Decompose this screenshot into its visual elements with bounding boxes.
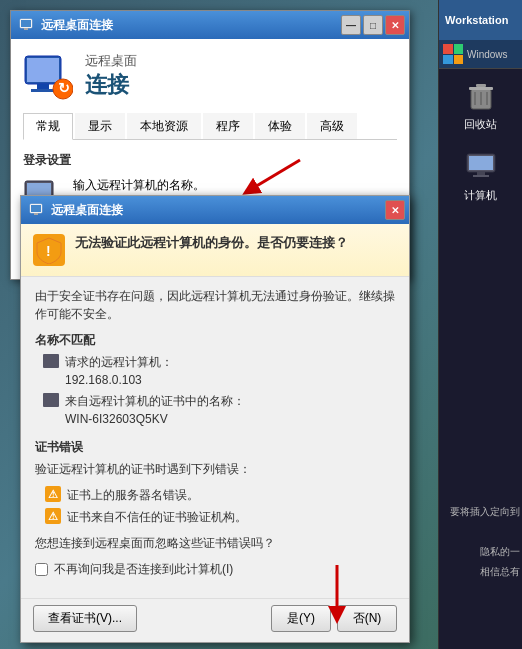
- tab-general[interactable]: 常规: [23, 113, 73, 140]
- security-header-text: 无法验证此远程计算机的身份。是否仍要连接？: [75, 234, 348, 252]
- taskbar-title: Workstation: [445, 14, 508, 26]
- tab-display[interactable]: 显示: [75, 113, 125, 139]
- computer-label: 计算机: [464, 188, 497, 203]
- sidebar-text-2: 隐私的一: [440, 545, 520, 559]
- svg-rect-2: [476, 84, 486, 87]
- svg-rect-8: [477, 172, 485, 175]
- window-controls: — □ ✕: [341, 15, 405, 35]
- security-body: 由于安全证书存在问题，因此远程计算机无法通过身份验证。继续操作可能不安全。 名称…: [21, 277, 409, 598]
- question-text: 您想连接到远程桌面而忽略这些证书错误吗？: [35, 534, 395, 552]
- taskbar-right: Workstation Windows 回收站: [438, 0, 522, 649]
- svg-rect-9: [473, 175, 489, 177]
- rdp-title-icon: [19, 17, 35, 33]
- svg-rect-7: [469, 156, 493, 170]
- rdp-header: ↻ 远程桌面 连接: [23, 51, 397, 101]
- cert-error-text-2: 证书来自不信任的证书验证机构。: [67, 508, 247, 526]
- sidebar-text-3: 相信总有: [440, 565, 520, 579]
- monitor-icon-small-2: [43, 393, 59, 407]
- windows-logo: [443, 44, 463, 64]
- cert-error-item-1: ⚠ 证书上的服务器名错误。: [45, 486, 395, 504]
- maximize-button[interactable]: □: [363, 15, 383, 35]
- security-body-text: 由于安全证书存在问题，因此远程计算机无法通过身份验证。继续操作可能不安全。: [35, 287, 395, 323]
- view-cert-button[interactable]: 查看证书(V)...: [33, 605, 137, 632]
- name-mismatch-section: 名称不匹配 请求的远程计算机： 192.168.0.103 来自远程计算机的证书…: [35, 331, 395, 428]
- footer-right: 是(Y) 否(N): [271, 605, 397, 632]
- cert-error-section: 证书错误 验证远程计算机的证书时遇到下列错误： ⚠ 证书上的服务器名错误。 ⚠ …: [35, 438, 395, 526]
- svg-rect-25: [31, 205, 41, 212]
- monitor-icon-small: [43, 354, 59, 368]
- security-dialog: 远程桌面连接 ✕ ! 无法验证此远程计算机的身份。是否仍要连接？ 由于安全证书存…: [20, 195, 410, 643]
- svg-rect-26: [34, 213, 38, 215]
- cert-error-desc: 验证远程计算机的证书时遇到下列错误：: [35, 460, 395, 478]
- security-header: ! 无法验证此远程计算机的身份。是否仍要连接？: [21, 224, 409, 277]
- security-dialog-title: 远程桌面连接: [51, 202, 123, 219]
- taskbar-header: Workstation: [439, 0, 522, 40]
- svg-text:↻: ↻: [58, 80, 70, 96]
- windows-button[interactable]: Windows: [439, 40, 522, 69]
- rdp-tabs: 常规 显示 本地资源 程序 体验 高级: [23, 113, 397, 140]
- svg-text:!: !: [46, 243, 51, 259]
- svg-rect-12: [24, 28, 28, 30]
- svg-rect-15: [37, 84, 49, 89]
- dont-ask-checkbox[interactable]: [35, 563, 48, 576]
- rdp-header-text: 远程桌面 连接: [85, 52, 137, 100]
- warning-small-icon-2: ⚠: [45, 508, 61, 524]
- requested-computer-item: 请求的远程计算机： 192.168.0.103: [43, 353, 395, 389]
- no-button[interactable]: 否(N): [337, 605, 397, 632]
- svg-rect-11: [21, 20, 31, 27]
- svg-rect-14: [27, 58, 59, 82]
- svg-rect-16: [31, 89, 55, 92]
- windows-label: Windows: [467, 49, 508, 60]
- recycle-bin-label: 回收站: [464, 117, 497, 132]
- name-mismatch-title: 名称不匹配: [35, 331, 395, 349]
- sidebar-text-1: 要将插入定向到: [440, 505, 520, 519]
- rdp-logo: ↻: [23, 51, 73, 101]
- rdp-subtitle: 远程桌面: [85, 52, 137, 70]
- yes-button[interactable]: 是(Y): [271, 605, 331, 632]
- warning-small-icon-1: ⚠: [45, 486, 61, 502]
- cert-error-text-1: 证书上的服务器名错误。: [67, 486, 199, 504]
- recycle-bin-icon[interactable]: 回收站: [439, 69, 522, 140]
- warning-shield-icon: !: [33, 234, 65, 266]
- dont-ask-label: 不再询问我是否连接到此计算机(I): [54, 560, 233, 578]
- login-section-label: 登录设置: [23, 152, 397, 169]
- cert-error-item-2: ⚠ 证书来自不信任的证书验证机构。: [45, 508, 395, 526]
- security-title-icon: [29, 202, 45, 218]
- requested-label: 请求的远程计算机： 192.168.0.103: [65, 353, 173, 389]
- tab-local-resources[interactable]: 本地资源: [127, 113, 201, 139]
- minimize-button[interactable]: —: [341, 15, 361, 35]
- dont-ask-checkbox-row: 不再询问我是否连接到此计算机(I): [35, 560, 395, 578]
- rdp-titlebar: 远程桌面连接 — □ ✕: [11, 11, 409, 39]
- tab-programs[interactable]: 程序: [203, 113, 253, 139]
- rdp-title-text: 远程桌面连接: [41, 17, 113, 34]
- tab-advanced[interactable]: 高级: [307, 113, 357, 139]
- security-titlebar: 远程桌面连接 ✕: [21, 196, 409, 224]
- close-button[interactable]: ✕: [385, 15, 405, 35]
- security-footer: 查看证书(V)... 是(Y) 否(N): [21, 598, 409, 642]
- footer-left: 查看证书(V)...: [33, 605, 137, 632]
- tab-experience[interactable]: 体验: [255, 113, 305, 139]
- cert-name-text: 来自远程计算机的证书中的名称： WIN-6I32603Q5KV: [65, 392, 245, 428]
- svg-rect-1: [469, 87, 493, 90]
- cert-error-title: 证书错误: [35, 438, 395, 456]
- security-close-button[interactable]: ✕: [385, 200, 405, 220]
- rdp-main-title: 连接: [85, 70, 137, 100]
- cert-name-item: 来自远程计算机的证书中的名称： WIN-6I32603Q5KV: [43, 392, 395, 428]
- computer-hint-label: 输入远程计算机的名称。: [73, 177, 397, 194]
- computer-icon[interactable]: 计算机: [439, 140, 522, 211]
